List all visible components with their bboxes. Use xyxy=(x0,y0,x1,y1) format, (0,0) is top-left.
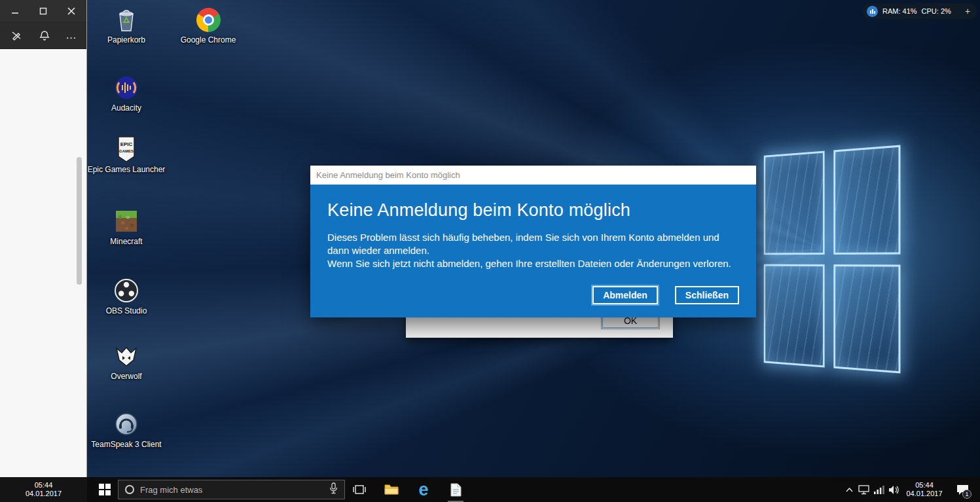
tray-clock-time: 05:44 xyxy=(915,481,934,490)
search-input[interactable] xyxy=(140,485,323,495)
taskbar: 05:44 04.01.2017 xyxy=(0,477,980,502)
minimize-icon[interactable] xyxy=(8,4,22,18)
desktop-icon-teamspeak[interactable]: TeamSpeak 3 Client xyxy=(87,411,166,449)
desktop-icon-label: Papierkorb xyxy=(87,35,166,45)
desktop-icon-overwolf[interactable]: Overwolf xyxy=(87,343,166,381)
volume-icon[interactable] xyxy=(885,477,902,502)
recycle-bin-icon xyxy=(113,7,139,33)
edge-icon: e xyxy=(418,481,428,499)
close-icon[interactable] xyxy=(64,4,79,18)
audacity-icon xyxy=(113,75,139,101)
desktop-icon-label: Google Chrome xyxy=(169,35,247,45)
desktop-icon-google-chrome[interactable]: Google Chrome xyxy=(169,7,247,45)
desktop-icon-label: Epic Games Launcher xyxy=(87,165,166,174)
monitor-app-icon xyxy=(867,6,878,17)
secondary-clock-time: 05:44 xyxy=(35,481,53,490)
windows-logo-pane xyxy=(833,264,901,374)
task-view-button[interactable] xyxy=(348,477,371,502)
windows-logo-pane xyxy=(764,151,824,255)
overwolf-icon xyxy=(113,343,139,369)
screen: Papierkorb Google Chrome Audacity EPIC G… xyxy=(0,0,980,502)
dialog-heading: Keine Anmeldung beim Konto möglich xyxy=(327,200,739,221)
dialog-text-line: Dieses Problem lässt sich häufig beheben… xyxy=(327,231,736,257)
cpu-usage: CPU: 2% xyxy=(922,7,951,15)
desktop-icon-audacity[interactable]: Audacity xyxy=(87,75,166,113)
dialog-body: Keine Anmeldung beim Konto möglich Diese… xyxy=(310,185,756,317)
desktop-icon-minecraft[interactable]: Minecraft xyxy=(87,208,166,246)
dialog-text-line: Wenn Sie sich jetzt nicht abmelden, gehe… xyxy=(327,257,736,270)
dialog-titlebar: Keine Anmeldung beim Konto möglich xyxy=(310,166,756,185)
tray-clock[interactable]: 05:44 04.01.2017 xyxy=(903,477,945,502)
notifications-bell-icon[interactable] xyxy=(37,28,52,43)
dialog-title: Keine Anmeldung beim Konto möglich xyxy=(316,170,460,180)
more-options-icon[interactable]: … xyxy=(65,29,77,42)
obs-studio-icon xyxy=(113,278,139,304)
performance-widget: RAM: 41% CPU: 2% + xyxy=(863,3,977,19)
desktop-icon-papierkorb[interactable]: Papierkorb xyxy=(87,7,166,45)
tray-clock-date: 04.01.2017 xyxy=(906,490,942,498)
file-explorer-button[interactable] xyxy=(380,477,403,502)
cortana-icon xyxy=(125,485,134,494)
windows-logo-pane xyxy=(833,145,901,254)
side-panel-toolbar: … xyxy=(0,22,86,49)
desktop-icon-label: Overwolf xyxy=(87,372,166,381)
desktop-icon-label: Minecraft xyxy=(87,237,166,246)
desktop-icon-label: Audacity xyxy=(87,103,166,113)
epic-games-icon: EPIC GAMES xyxy=(113,136,139,162)
ram-usage: RAM: 41% xyxy=(882,7,917,15)
signout-dialog: Keine Anmeldung beim Konto möglich Keine… xyxy=(310,166,756,317)
dialog-button-row: Abmelden Schließen xyxy=(327,286,739,304)
windows-flag-icon xyxy=(99,484,111,495)
microphone-icon[interactable] xyxy=(329,482,338,497)
desktop-icon-label: TeamSpeak 3 Client xyxy=(87,440,166,449)
side-panel-window: … xyxy=(0,0,87,477)
start-button[interactable] xyxy=(92,477,118,502)
desktop-icon-obs-studio[interactable]: OBS Studio xyxy=(87,278,166,315)
windows-logo-pane xyxy=(764,264,824,367)
network-icon[interactable] xyxy=(855,477,872,502)
minecraft-icon xyxy=(113,208,139,234)
secondary-clock: 05:44 04.01.2017 xyxy=(0,477,87,502)
secondary-clock-date: 04.01.2017 xyxy=(26,490,62,498)
teamspeak-icon xyxy=(113,411,139,437)
abmelden-button[interactable]: Abmelden xyxy=(592,286,658,304)
svg-text:EPIC: EPIC xyxy=(120,141,133,147)
search-box[interactable] xyxy=(118,480,345,499)
schliessen-button[interactable]: Schließen xyxy=(675,286,739,304)
action-center-button[interactable]: 1 xyxy=(951,477,974,502)
edge-button[interactable]: e xyxy=(412,477,435,502)
desktop-icon-epic-games[interactable]: EPIC GAMES Epic Games Launcher xyxy=(87,136,166,174)
scrollbar[interactable] xyxy=(77,157,82,285)
annotate-pen-icon[interactable] xyxy=(9,28,24,43)
chrome-icon xyxy=(195,7,221,33)
svg-text:GAMES: GAMES xyxy=(119,149,134,153)
side-panel-titlebar xyxy=(0,0,86,22)
document-app-button[interactable] xyxy=(445,477,467,502)
maximize-icon[interactable] xyxy=(36,4,50,18)
windows-logo xyxy=(764,145,901,373)
notification-badge: 1 xyxy=(962,490,971,499)
desktop-icon-label: OBS Studio xyxy=(87,306,166,315)
expand-widget-button[interactable]: + xyxy=(962,6,973,16)
